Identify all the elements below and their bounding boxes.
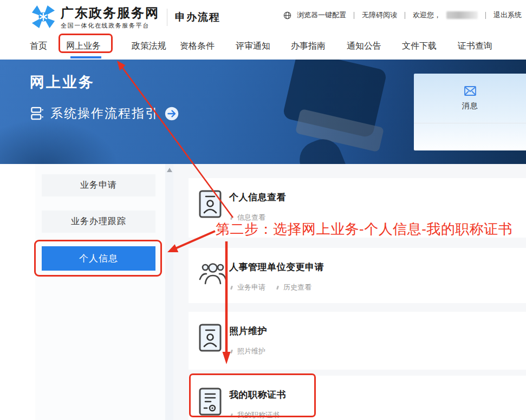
link-separator [405,12,405,19]
id-card-icon [199,324,222,352]
flowchart-icon [30,106,44,121]
bullet-icon [230,215,233,220]
header-divider [167,9,167,26]
link-separator [485,12,486,19]
globe-icon [283,11,291,19]
message-button[interactable]: 消息 [414,74,526,123]
banner-shading [0,119,119,164]
message-label: 消息 [462,101,478,111]
accessibility-link[interactable]: 无障碍阅读 [362,10,397,20]
banner-title: 网上业务 [30,73,95,92]
card-title: 我的职称证书 [229,389,286,401]
card-sublink[interactable]: 业务申请 [237,283,265,292]
card-sublink[interactable]: 历史查看 [283,283,311,292]
logo-text: 广东政务服务网 全国一体化在线政务服务平台 [61,5,159,30]
card-title: 照片维护 [229,325,267,337]
hero-banner: 网上业务 系统操作流程指引 [0,60,526,164]
card-sublinks: 业务申请 历史查看 [231,283,311,292]
site-subtitle: 全国一体化在线政务服务平台 [61,22,159,30]
active-nav-underline [70,56,101,58]
scrollbar-up-arrow-icon[interactable] [167,168,172,172]
id-card-icon [199,190,222,218]
bullet-icon [230,285,233,290]
circle-arrow-right-icon [165,107,179,121]
card-sublink[interactable]: 照片维护 [237,346,265,356]
browser-config-link[interactable]: 浏览器一键配置 [297,10,346,20]
nav-item-home[interactable]: 首页 [30,41,47,52]
card-sublinks: 我的职称证书 [231,410,280,420]
portal-title: 申办流程 [175,10,220,24]
card-photo-maintenance[interactable]: 照片维护 照片维护 [189,312,526,370]
site-title: 广东政务服务网 [61,5,159,21]
sidebar-panel [35,164,165,420]
bullet-icon [276,285,279,290]
nav-item-downloads[interactable]: 文件下载 [402,41,437,52]
logout-link[interactable]: 退出系统 [493,10,522,20]
card-title: 人事管理单位变更申请 [229,261,324,273]
sidebar-item-personal-info[interactable]: 个人信息 [42,246,155,271]
certificate-icon [199,388,222,416]
sidebar-item-business-apply[interactable]: 业务申请 [42,174,155,196]
nav-item-online-business[interactable]: 网上业务 [66,41,101,52]
process-guide-link[interactable]: 系统操作流程指引 [30,105,179,122]
card-my-title-certificate[interactable]: 我的职称证书 我的职称证书 [189,376,526,420]
process-guide-label: 系统操作流程指引 [50,105,159,122]
nav-item-qualifications[interactable]: 资格条件 [180,41,215,52]
nav-item-service-guide[interactable]: 办事指南 [291,41,326,52]
sidebar-item-business-tracking[interactable]: 业务办理跟踪 [42,211,155,233]
people-group-icon [199,260,227,287]
pinwheel-logo-icon [31,4,56,29]
card-sublink[interactable]: 我的职称证书 [237,410,280,420]
header-links: 浏览器一键配置 无障碍阅读 欢迎您， 退出系统 [283,10,522,20]
main-nav: 首页 网上业务 政策法规 资格条件 评审通知 办事指南 通知公告 文件下载 证书… [0,32,526,60]
card-title: 个人信息查看 [229,191,286,204]
link-separator [354,12,354,19]
nav-item-policies[interactable]: 政策法规 [132,41,166,52]
page: 广东政务服务网 全国一体化在线政务服务平台 申办流程 浏览器一键配置 无障碍阅读… [0,0,526,420]
card-hr-unit-change[interactable]: 人事管理单位变更申请 业务申请 历史查看 [189,248,526,303]
annotation-step-text: 第二步：选择网上业务-个人信息-我的职称证书 [216,220,512,239]
card-sublinks: 照片维护 [231,346,265,356]
username-redacted [446,11,478,19]
bullet-icon [230,413,233,417]
message-panel: 消息 [414,74,526,150]
welcome-text: 欢迎您， [413,10,441,20]
site-header: 广东政务服务网 全国一体化在线政务服务平台 申办流程 浏览器一键配置 无障碍阅读… [0,0,526,32]
bullet-icon [230,349,233,353]
nav-item-review-notices[interactable]: 评审通知 [236,41,270,52]
scrollbar-track[interactable] [165,164,173,420]
envelope-icon [464,86,476,96]
nav-item-announcements[interactable]: 通知公告 [347,41,381,52]
nav-item-cert-query[interactable]: 证书查询 [458,41,492,52]
sidebar-column [0,164,165,420]
